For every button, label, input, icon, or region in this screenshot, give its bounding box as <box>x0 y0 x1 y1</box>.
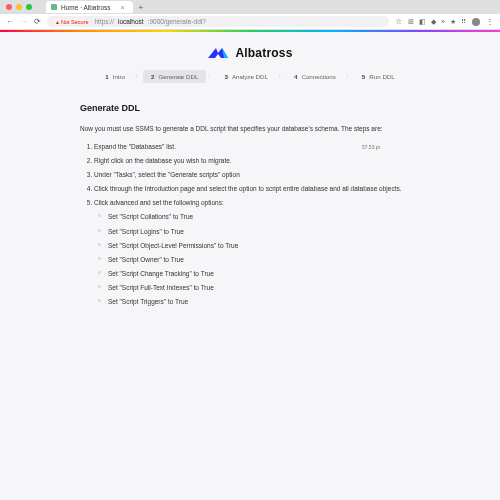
star-icon[interactable]: ☆ <box>395 17 402 26</box>
options-sublist: Set "Script Collations" to True Set "Scr… <box>94 212 420 306</box>
list-item: Right click on the database you wish to … <box>94 156 420 165</box>
traffic-light-close[interactable] <box>6 4 12 10</box>
page-title: Generate DDL <box>80 103 420 113</box>
traffic-light-zoom[interactable] <box>26 4 32 10</box>
brand-logo-icon <box>207 46 229 60</box>
content: Generate DDL Now you must use SSMS to ge… <box>80 103 420 306</box>
chevron-right-icon: 〉 <box>206 72 216 81</box>
extensions-puzzle-icon[interactable]: ⠿ <box>461 18 466 26</box>
not-secure-label: Not Secure <box>61 19 89 25</box>
list-item: Set "Script Full-Text Indexes" to True <box>98 283 420 292</box>
list-item: Under "Tasks", select the "Generate scri… <box>94 170 420 179</box>
list-item: Set "Script Owner" to True <box>98 255 420 264</box>
list-item: Set "Script Collations" to True <box>98 212 420 221</box>
step-connections[interactable]: 4Connections <box>286 70 344 83</box>
extension-icon[interactable]: ★ <box>450 18 456 26</box>
step-run-ddl[interactable]: 5Run DDL <box>354 70 403 83</box>
new-tab-button[interactable]: + <box>139 3 144 12</box>
step-analyze-ddl[interactable]: 3Analyze DDL <box>216 70 276 83</box>
warning-triangle-icon: ▲ <box>55 19 60 25</box>
intro-text: Now you must use SSMS to generate a DDL … <box>80 125 420 132</box>
extension-icon[interactable]: ◧ <box>419 18 426 26</box>
extension-icons: ⊞ ◧ ◆ » ★ ⠿ <box>408 18 466 26</box>
tab-favicon <box>51 4 57 10</box>
extension-icon[interactable]: ◆ <box>431 18 436 26</box>
kebab-menu-icon[interactable]: ⋮ <box>486 17 494 26</box>
stepper: 1Intro 〉 2Generate DDL 〉 3Analyze DDL 〉 … <box>0 70 500 83</box>
list-item: Set "Script Object-Level Permissions" to… <box>98 241 420 250</box>
step-intro[interactable]: 1Intro <box>97 70 133 83</box>
list-item: Click advanced and set the following opt… <box>94 198 420 306</box>
instructions-list: Expand the "Databases" list. 57.53 pt Ri… <box>80 142 420 306</box>
omnibox[interactable]: ▲ Not Secure https://localhost:9000/gene… <box>47 16 389 27</box>
list-item: Expand the "Databases" list. 57.53 pt <box>94 142 420 151</box>
list-item-text: Expand the "Databases" list. <box>94 142 176 151</box>
chevron-right-icon: 〉 <box>276 72 286 81</box>
list-item: Set "Script Triggers" to True <box>98 297 420 306</box>
reload-icon[interactable]: ⟳ <box>34 17 41 26</box>
forward-icon: → <box>20 17 28 26</box>
traffic-light-minimize[interactable] <box>16 4 22 10</box>
list-item-text: Click advanced and set the following opt… <box>94 199 224 206</box>
chevron-right-icon: 〉 <box>344 72 354 81</box>
extension-icon[interactable]: ⊞ <box>408 18 414 26</box>
extension-icon[interactable]: » <box>441 18 445 26</box>
url-host: localhost <box>118 18 144 25</box>
browser-chrome: Home · Albatross × + ← → ⟳ ▲ Not Secure … <box>0 0 500 32</box>
not-secure-badge[interactable]: ▲ Not Secure <box>53 19 90 25</box>
browser-tab[interactable]: Home · Albatross × <box>46 1 133 13</box>
profile-avatar[interactable] <box>472 18 480 26</box>
address-bar-row: ← → ⟳ ▲ Not Secure https://localhost:900… <box>0 14 500 30</box>
page: Albatross 1Intro 〉 2Generate DDL 〉 3Anal… <box>0 32 500 500</box>
window-titlebar: Home · Albatross × + <box>0 0 500 14</box>
brand-name: Albatross <box>235 46 292 60</box>
tab-close-icon[interactable]: × <box>121 4 125 11</box>
brand-row: Albatross <box>0 32 500 70</box>
list-item: Set "Script Logins" to True <box>98 227 420 236</box>
step-generate-ddl[interactable]: 2Generate DDL <box>143 70 206 83</box>
chevron-right-icon: 〉 <box>133 72 143 81</box>
url-protocol: https:// <box>94 18 114 25</box>
list-item: Set "Script Change Tracking" to True <box>98 269 420 278</box>
url-path: :9000/generate-ddl? <box>148 18 206 25</box>
list-item: Click through the Introduction page and … <box>94 184 420 193</box>
tab-title: Home · Albatross <box>61 4 111 11</box>
back-icon[interactable]: ← <box>6 17 14 26</box>
tiny-pt-label: 57.53 pt <box>362 144 380 151</box>
